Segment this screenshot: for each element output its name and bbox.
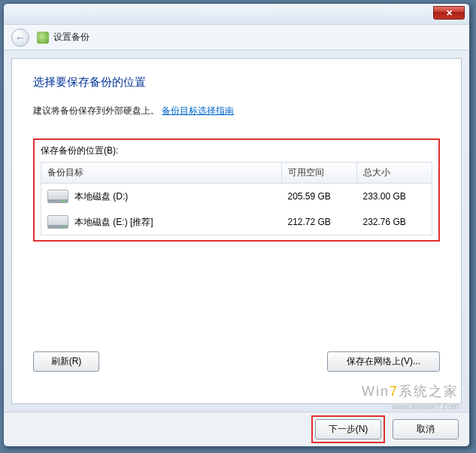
drive-free: 205.59 GB — [282, 184, 357, 210]
col-free[interactable]: 可用空间 — [282, 163, 357, 184]
table-row[interactable]: 本地磁盘 (E:) [推荐] 212.72 GB 232.76 GB — [41, 209, 432, 236]
back-button[interactable]: ← — [11, 29, 29, 47]
next-button[interactable]: 下一步(N) — [315, 419, 381, 439]
button-row: 刷新(R) 保存在网络上(V)... — [33, 351, 440, 372]
table-row[interactable]: 本地磁盘 (D:) 205.59 GB 233.00 GB — [41, 184, 432, 210]
drive-name: 本地磁盘 (E:) [推荐] — [74, 216, 153, 229]
col-total[interactable]: 总大小 — [357, 163, 432, 184]
content-outer: 选择要保存备份的位置 建议将备份保存到外部硬盘上。 备份目标选择指南 保存备份的… — [4, 50, 469, 412]
backup-icon — [37, 32, 49, 44]
footer: 下一步(N) 取消 — [4, 412, 469, 446]
nav-title: 设置备份 — [37, 31, 89, 44]
drive-icon — [47, 215, 68, 229]
dialog-window: ✕ ← 设置备份 选择要保存备份的位置 建议将备份保存到外部硬盘上。 备份目标选… — [3, 3, 470, 447]
page-heading: 选择要保存备份的位置 — [33, 75, 440, 90]
advice-line: 建议将备份保存到外部硬盘上。 备份目标选择指南 — [33, 105, 440, 117]
next-highlight: 下一步(N) — [311, 415, 385, 443]
navbar: ← 设置备份 — [4, 25, 469, 50]
save-network-button[interactable]: 保存在网络上(V)... — [327, 351, 440, 372]
drive-free: 212.72 GB — [282, 209, 357, 236]
drive-total: 232.76 GB — [357, 209, 432, 236]
col-target[interactable]: 备份目标 — [41, 163, 282, 184]
drive-total: 233.00 GB — [357, 184, 432, 210]
nav-title-text: 设置备份 — [53, 31, 89, 44]
drive-name: 本地磁盘 (D:) — [74, 190, 128, 203]
location-label: 保存备份的位置(B): — [41, 144, 432, 157]
refresh-button[interactable]: 刷新(R) — [33, 351, 99, 372]
close-icon: ✕ — [446, 8, 453, 18]
arrow-left-icon: ← — [15, 32, 26, 44]
close-button[interactable]: ✕ — [433, 6, 465, 20]
content: 选择要保存备份的位置 建议将备份保存到外部硬盘上。 备份目标选择指南 保存备份的… — [11, 58, 462, 404]
advice-link[interactable]: 备份目标选择指南 — [162, 105, 234, 116]
drives-table: 备份目标 可用空间 总大小 本地磁盘 (D:) — [41, 162, 432, 236]
advice-text: 建议将备份保存到外部硬盘上。 — [33, 105, 159, 116]
drive-icon — [47, 190, 68, 203]
cancel-button[interactable]: 取消 — [393, 419, 459, 439]
titlebar: ✕ — [4, 4, 469, 25]
location-highlight: 保存备份的位置(B): 备份目标 可用空间 总大小 — [33, 138, 440, 242]
